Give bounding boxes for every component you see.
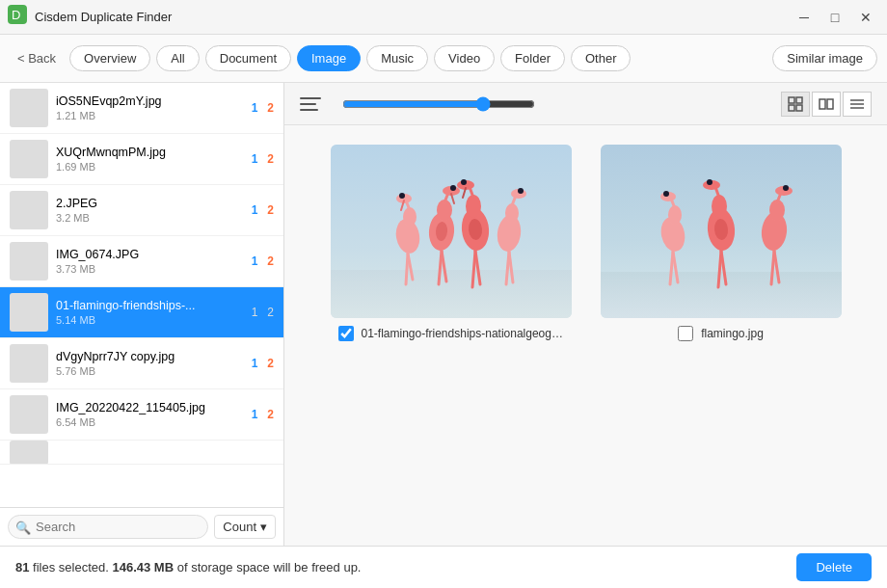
- file-info: IMG_20220422_115405.jpg 6.54 MB: [56, 401, 244, 428]
- back-button[interactable]: < Back: [10, 47, 64, 69]
- svg-rect-6: [796, 97, 802, 103]
- status-text: 81 files selected. 146.43 MB of storage …: [15, 560, 361, 575]
- file-counts: 1 2: [252, 152, 274, 166]
- list-item[interactable]: [0, 441, 283, 465]
- list-item[interactable]: IMG_20220422_115405.jpg 6.54 MB 1 2: [0, 389, 283, 441]
- grid-view-button[interactable]: [781, 92, 810, 117]
- right-toolbar: [284, 83, 887, 125]
- file-size: 6.54 MB: [56, 416, 244, 428]
- zoom-slider[interactable]: [342, 96, 535, 112]
- file-name: 2.JPEG: [56, 197, 244, 210]
- tab-video[interactable]: Video: [434, 45, 495, 71]
- tab-music[interactable]: Music: [366, 45, 428, 71]
- tab-all[interactable]: All: [156, 45, 199, 71]
- delete-button[interactable]: Delete: [796, 553, 872, 581]
- bottom-bar: 81 files selected. 146.43 MB of storage …: [0, 546, 887, 588]
- list-item[interactable]: 01-flamingo-friendships-... 5.14 MB 1 2: [0, 287, 283, 338]
- image-grid: 01-flamingo-friendships-nationalgeograph…: [284, 125, 887, 546]
- count-1: 1: [252, 408, 258, 421]
- similar-image-button[interactable]: Similar image: [772, 45, 877, 71]
- sort-dropdown[interactable]: Count ▾: [214, 515, 276, 539]
- right-panel: 01-flamingo-friendships-nationalgeograph…: [284, 83, 887, 546]
- search-wrap: 🔍: [8, 515, 208, 539]
- file-info: dVgyNprr7JY copy.jpg 5.76 MB: [56, 350, 244, 377]
- tab-folder[interactable]: Folder: [500, 45, 565, 71]
- svg-rect-10: [827, 99, 833, 109]
- slider-wrap: [342, 96, 760, 112]
- list-item[interactable]: iOS5NEvqp2mY.jpg 1.21 MB 1 2: [0, 83, 283, 134]
- search-input[interactable]: [8, 515, 208, 539]
- file-list: iOS5NEvqp2mY.jpg 1.21 MB 1 2 XUQrMwnqmPM…: [0, 83, 283, 507]
- sort-label: Count: [223, 520, 256, 534]
- file-info: 2.JPEG 3.2 MB: [56, 197, 244, 224]
- thumbnail: [10, 191, 48, 229]
- maximize-button[interactable]: □: [821, 7, 848, 28]
- list-view-button[interactable]: [843, 92, 872, 117]
- clear-selection-button[interactable]: [300, 96, 321, 112]
- list-item[interactable]: XUQrMwnqmPM.jpg 1.69 MB 1 2: [0, 134, 283, 185]
- count-1: 1: [252, 152, 258, 166]
- svg-point-70: [783, 185, 789, 191]
- file-info: XUQrMwnqmPM.jpg 1.69 MB: [56, 146, 244, 173]
- thumbnail: [10, 242, 48, 281]
- file-name: IMG_20220422_115405.jpg: [56, 401, 244, 414]
- tab-document[interactable]: Document: [205, 45, 291, 71]
- count-1: 1: [252, 203, 258, 217]
- svg-point-36: [461, 179, 467, 185]
- count-1: 1: [252, 357, 258, 370]
- file-name: IMG_0674.JPG: [56, 248, 244, 261]
- flamingo-image-2: [601, 145, 842, 318]
- image-preview-2: [601, 145, 842, 318]
- image-checkbox-1[interactable]: [338, 326, 354, 341]
- file-name: iOS5NEvqp2mY.jpg: [56, 94, 244, 108]
- title-bar-left: D Cisdem Duplicate Finder: [8, 5, 172, 29]
- image-checkbox-2[interactable]: [678, 326, 693, 341]
- svg-point-62: [707, 179, 712, 185]
- svg-point-44: [518, 188, 524, 194]
- window-controls: ─ □ ✕: [791, 7, 879, 28]
- file-counts: 1 2: [252, 357, 274, 370]
- file-name: XUQrMwnqmPM.jpg: [56, 146, 244, 159]
- svg-rect-50: [601, 272, 842, 318]
- title-bar: D Cisdem Duplicate Finder ─ □ ✕: [0, 0, 887, 35]
- main-layout: iOS5NEvqp2mY.jpg 1.21 MB 1 2 XUQrMwnqmPM…: [0, 83, 887, 546]
- file-size: 5.76 MB: [56, 365, 244, 377]
- tab-other[interactable]: Other: [571, 45, 632, 71]
- split-icon: [819, 96, 834, 112]
- app-title: Cisdem Duplicate Finder: [35, 10, 172, 24]
- list-item[interactable]: 2.JPEG 3.2 MB 1 2: [0, 185, 283, 236]
- thumbnail: [10, 140, 48, 178]
- split-view-button[interactable]: [812, 92, 841, 117]
- storage-label: of storage space will be freed up.: [177, 560, 362, 575]
- file-info: IMG_0674.JPG 3.73 MB: [56, 248, 244, 275]
- thumbnail: [10, 395, 48, 434]
- tab-overview[interactable]: Overview: [69, 45, 150, 71]
- count-1: 1: [252, 306, 258, 319]
- file-size: 3.73 MB: [56, 263, 244, 275]
- app-icon: D: [8, 5, 27, 29]
- image-filename-1: 01-flamingo-friendships-nationalgeograph…: [362, 327, 564, 340]
- file-name: dVgyNprr7JY copy.jpg: [56, 350, 244, 363]
- search-icon: 🔍: [15, 520, 31, 534]
- image-card-2: flamingo.jpg: [601, 145, 842, 341]
- flamingo-image-1: [331, 145, 572, 318]
- left-panel: iOS5NEvqp2mY.jpg 1.21 MB 1 2 XUQrMwnqmPM…: [0, 83, 284, 546]
- svg-rect-8: [796, 105, 802, 111]
- count-2: 2: [267, 408, 274, 421]
- tab-image[interactable]: Image: [297, 45, 361, 71]
- file-counts: 1 2: [252, 306, 274, 319]
- view-buttons: [781, 92, 872, 117]
- count-2: 2: [267, 152, 274, 166]
- close-button[interactable]: ✕: [852, 7, 879, 28]
- list-item[interactable]: dVgyNprr7JY copy.jpg 5.76 MB 1 2: [0, 338, 283, 389]
- storage-size: 146.43 MB: [112, 560, 174, 575]
- svg-rect-15: [331, 270, 572, 318]
- minimize-button[interactable]: ─: [791, 7, 818, 28]
- image-label-1: 01-flamingo-friendships-nationalgeograph…: [338, 326, 564, 341]
- files-count-label: files selected.: [33, 560, 109, 575]
- svg-text:D: D: [12, 8, 20, 22]
- list-item[interactable]: IMG_0674.JPG 3.73 MB 1 2: [0, 236, 283, 287]
- count-2: 2: [267, 254, 274, 268]
- svg-rect-7: [789, 105, 794, 111]
- file-size: 5.14 MB: [56, 314, 244, 326]
